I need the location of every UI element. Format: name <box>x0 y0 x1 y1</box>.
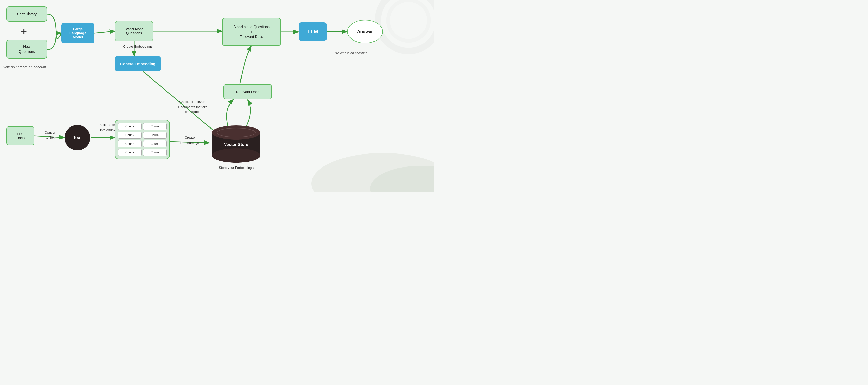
convert-to-text-text: Convertto Text <box>45 131 56 139</box>
svg-point-0 <box>378 0 434 51</box>
chunk-4: Chunk <box>143 132 167 139</box>
llm2-node: LLM <box>299 23 327 41</box>
cohere-embedding-node: Cohere Embedding <box>115 56 161 71</box>
check-docs-text: Check for relevantDocuments that areembe… <box>178 100 207 114</box>
create-embeddings-text2: CreateEmbeddings <box>181 136 199 145</box>
chat-history-label: Chat History <box>17 12 36 16</box>
convert-to-text-label: Convertto Text <box>38 130 63 140</box>
chunk-3: Chunk <box>118 132 142 139</box>
chat-history-node: Chat History <box>6 6 47 22</box>
pdf-docs-label: PDFDocs <box>16 132 25 140</box>
llm2-label: LLM <box>307 29 318 35</box>
relevant-docs-node: Relevant Docs <box>223 84 272 99</box>
plus-sign: + <box>21 26 27 37</box>
svg-point-1 <box>388 0 429 41</box>
svg-text:Vector Store: Vector Store <box>224 142 248 147</box>
chunk-1: Chunk <box>118 123 142 130</box>
new-questions-node: NewQuestions <box>6 39 47 59</box>
chunk-5: Chunk <box>118 140 142 147</box>
answer-node: Answer <box>347 20 383 43</box>
chunk-6: Chunk <box>143 140 167 147</box>
check-docs-label: Check for relevantDocuments that areembe… <box>170 99 216 114</box>
llm1-node: LargeLanguageModel <box>61 23 94 43</box>
text-circle-label: Text <box>73 135 82 140</box>
svg-point-3 <box>370 166 434 193</box>
svg-point-2 <box>311 153 434 193</box>
cohere-label: Cohere Embedding <box>120 62 155 66</box>
store-embeddings-label: Store your Embeddings <box>209 166 263 170</box>
answer-text-label: "To create an account …. <box>335 51 372 55</box>
answer-text: "To create an account …. <box>335 51 372 55</box>
pdf-docs-node: PDFDocs <box>6 126 34 145</box>
chunks-node: Chunk Chunk Chunk Chunk Chunk Chunk Chun… <box>115 120 170 159</box>
answer-label: Answer <box>357 29 373 34</box>
plus-label: + <box>21 26 27 37</box>
diagram: Chat History + NewQuestions How do I cre… <box>0 0 434 193</box>
chunk-7: Chunk <box>118 149 142 156</box>
chunk-2: Chunk <box>143 123 167 130</box>
new-questions-label: NewQuestions <box>19 44 35 54</box>
create-embeddings-label2: CreateEmbeddings <box>173 135 206 145</box>
create-embeddings-text1: Create Embeddings <box>123 45 153 48</box>
how-create-label: How do I create an account <box>3 65 46 69</box>
stand-alone-label: Stand AloneQuestions <box>124 27 144 35</box>
stand-alone-relevant-label: Stand alone Questions+Relevant Docs <box>233 25 270 39</box>
chunk-8: Chunk <box>143 149 167 156</box>
vector-store-svg: Vector Store <box>209 125 263 163</box>
svg-line-6 <box>94 31 115 33</box>
create-embeddings-label1: Create Embeddings <box>115 45 161 48</box>
llm1-label: LargeLanguageModel <box>69 27 86 39</box>
how-create-text: How do I create an account <box>3 65 46 69</box>
stand-alone-relevant-node: Stand alone Questions+Relevant Docs <box>222 18 281 46</box>
relevant-docs-label: Relevant Docs <box>236 90 259 94</box>
svg-point-17 <box>212 126 260 140</box>
svg-point-18 <box>212 148 260 163</box>
store-embeddings-text: Store your Embeddings <box>219 166 253 170</box>
text-circle-node: Text <box>65 125 90 150</box>
stand-alone-questions-node: Stand AloneQuestions <box>115 21 153 41</box>
